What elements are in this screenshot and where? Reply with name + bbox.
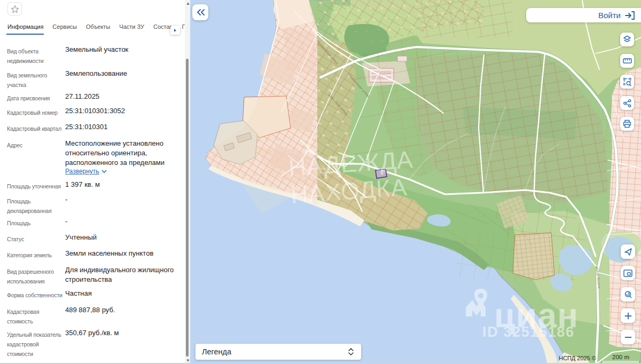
svg-text:ID 32515186: ID 32515186 <box>482 324 574 340</box>
